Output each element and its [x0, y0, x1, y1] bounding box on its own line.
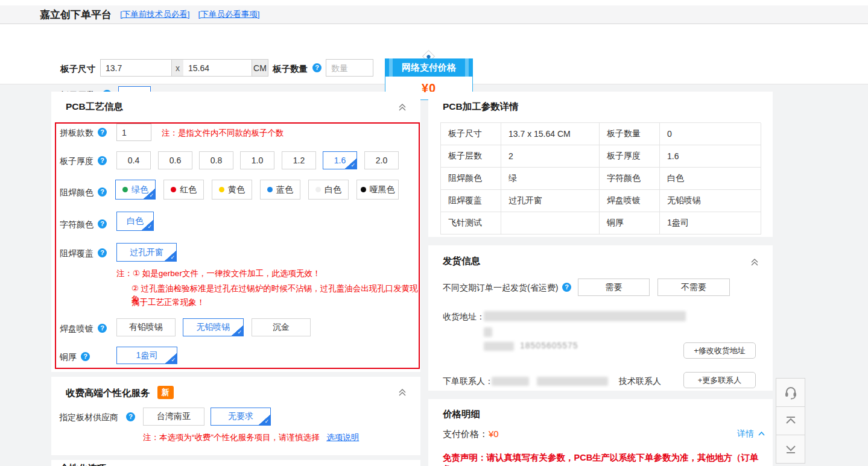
black-dot-icon — [361, 187, 366, 192]
silk-color-help-icon[interactable] — [98, 219, 107, 228]
mask-color-option[interactable]: 哑黑色 — [356, 180, 399, 200]
headset-icon — [783, 385, 799, 400]
redacted-contact-phone — [537, 377, 608, 386]
copper-select[interactable]: 1盎司 — [116, 347, 177, 364]
thickness-option[interactable]: 1.2 — [282, 151, 316, 169]
plating-option[interactable]: 有铅喷锡 — [116, 318, 176, 336]
mask-color-option[interactable]: 红色 — [163, 180, 204, 200]
table-cell: 绿 — [501, 168, 600, 190]
size-x-input[interactable] — [100, 59, 172, 77]
pcb-params-panel: PCB加工参数详情 板子尺寸 13.7 x 15.64 CM 板子数量 0 板子… — [428, 92, 773, 237]
combine-yes-button[interactable]: 需要 — [578, 279, 650, 296]
board-qty-input[interactable] — [326, 59, 373, 77]
detail-link[interactable]: 详情 — [737, 429, 765, 439]
redacted-contact-name — [492, 377, 529, 386]
thickness-option[interactable]: 0.8 — [199, 151, 233, 169]
pay-price-value: ¥0 — [489, 429, 499, 439]
board-qty-label: 板子数量 — [273, 63, 308, 75]
table-cell: 2 — [501, 145, 600, 168]
copper-help-icon[interactable] — [81, 352, 90, 361]
table-cell: 阻焊覆盖 — [441, 190, 501, 212]
more-contacts-button[interactable]: +更多联系人 — [683, 372, 756, 388]
table-cell: 铜厚 — [600, 212, 660, 235]
customer-service-button[interactable] — [776, 378, 805, 407]
thickness-label: 板子厚度 — [60, 156, 93, 167]
mask-color-label: 阻焊颜色 — [60, 187, 93, 198]
mask-color-option[interactable]: 蓝色 — [260, 180, 300, 200]
tech-contact-label: 技术联系人 — [619, 376, 661, 387]
supplier-option[interactable]: 台湾南亚 — [143, 408, 204, 426]
mask-color-option[interactable]: 白色 — [308, 180, 349, 200]
plating-option[interactable]: 沉金 — [252, 318, 311, 336]
panel-count-input[interactable] — [116, 124, 151, 141]
scroll-to-bottom-button[interactable] — [776, 435, 805, 464]
mask-cover-help-icon[interactable] — [98, 248, 107, 257]
table-cell: 13.7 x 15.64 CM — [501, 123, 600, 145]
mask-cover-label: 阻焊覆盖 — [60, 248, 93, 259]
table-cell: 字符颜色 — [600, 168, 660, 190]
panel-count-help-icon[interactable] — [98, 128, 107, 137]
combine-no-button[interactable]: 不需要 — [657, 279, 730, 296]
redacted-address-2 — [484, 327, 492, 337]
modify-address-button[interactable]: +修改收货地址 — [683, 342, 756, 359]
table-cell: 白色 — [660, 168, 761, 190]
combine-shipping-help-icon[interactable] — [562, 283, 571, 292]
personalization-panel: 个性化选项 — [51, 460, 420, 466]
thickness-option-selected[interactable]: 1.6 — [323, 151, 357, 169]
white-dot-icon — [315, 187, 321, 192]
mask-color-help-icon[interactable] — [98, 187, 107, 197]
shipping-title: 发货信息 — [443, 255, 480, 268]
price-detail-panel: 价格明细 支付价格： ¥0 详情 免责声明：请认真填写有关参数，PCB生产以系统… — [428, 399, 773, 466]
thickness-option[interactable]: 2.0 — [364, 151, 399, 169]
order-form: 板子尺寸 x CM 板子数量 板子层数 2 网络支付价格 ¥0 — [0, 24, 868, 84]
thickness-option[interactable]: 0.6 — [158, 151, 192, 169]
redacted-phone: 18505605575 — [520, 341, 578, 350]
redacted-address — [484, 311, 686, 321]
address-label: 收货地址： — [443, 312, 485, 323]
check-icon — [142, 220, 153, 230]
supplier-label: 指定板材供应商 — [59, 412, 118, 423]
panel-count-note: 注：是指文件内不同款的板子个数 — [162, 128, 284, 139]
thickness-help-icon[interactable] — [98, 156, 107, 165]
scroll-top-icon — [784, 415, 797, 427]
mask-color-option[interactable]: 黄色 — [212, 180, 252, 200]
link-orderer-must-read[interactable]: [下单员必看事项] — [198, 9, 260, 20]
shipping-panel: 发货信息 不同交期订单一起发货(省运费) 需要 不需要 收货地址： 185056… — [428, 245, 773, 391]
link-tech-must-read[interactable]: [下单前技术员必看] — [120, 9, 190, 20]
check-icon — [165, 251, 176, 261]
option-explain-link[interactable]: 选项说明 — [326, 433, 359, 442]
new-badge: 新 — [157, 386, 174, 399]
combine-shipping-label: 不同交期订单一起发货(省运费) — [443, 283, 558, 294]
title-bar: 嘉立创下单平台 [下单前技术员必看] [下单员必看事项] — [0, 5, 868, 24]
plating-help-icon[interactable] — [98, 324, 107, 333]
mask-color-option-selected[interactable]: 绿色 — [115, 180, 156, 200]
pcb-process-title: PCB工艺信息 — [66, 101, 123, 113]
plating-option-selected[interactable]: 无铅喷锡 — [183, 318, 244, 336]
thickness-option[interactable]: 0.4 — [116, 151, 151, 169]
supplier-option-selected[interactable]: 无要求 — [211, 408, 271, 426]
supplier-note: 注：本选项为“收费”个性化服务项目，请谨慎选择 选项说明 — [143, 432, 359, 443]
premium-services-panel: 收费高端个性化服务新 指定板材供应商 台湾南亚 无要求 注：本选项为“收费”个性… — [51, 377, 420, 455]
table-cell: 阻焊颜色 — [441, 168, 501, 190]
check-icon — [232, 326, 243, 336]
premium-services-title: 收费高端个性化服务新 — [66, 386, 174, 400]
personalization-title: 个性化选项 — [60, 462, 107, 466]
silk-color-select[interactable]: 白色 — [116, 212, 154, 231]
blue-dot-icon — [267, 187, 273, 192]
check-icon — [144, 189, 155, 199]
thickness-option[interactable]: 1.0 — [240, 151, 274, 169]
pay-price-label: 支付价格： — [443, 429, 488, 440]
silk-color-label: 字符颜色 — [60, 219, 93, 230]
qty-help-icon[interactable] — [312, 63, 322, 72]
table-cell: 板子层数 — [441, 145, 501, 168]
supplier-help-icon[interactable] — [126, 412, 135, 421]
collapse-icon[interactable] — [398, 388, 407, 399]
collapse-icon[interactable] — [398, 102, 407, 114]
collapse-icon[interactable] — [750, 257, 759, 269]
mask-cover-select[interactable]: 过孔开窗 — [116, 243, 177, 262]
size-separator: x — [172, 59, 183, 77]
plating-label: 焊盘喷镀 — [60, 324, 93, 335]
size-y-input[interactable] — [183, 59, 252, 77]
scroll-to-top-button[interactable] — [776, 406, 805, 435]
pcb-params-table: 板子尺寸 13.7 x 15.64 CM 板子数量 0 板子层数 2 板子厚度 … — [440, 122, 761, 235]
